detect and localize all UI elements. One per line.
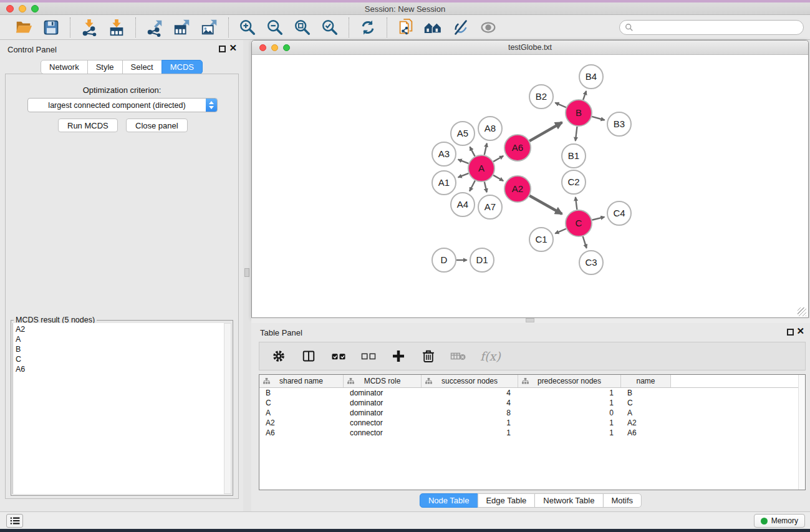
search-input[interactable] [634,23,803,32]
table-row[interactable]: Bdominator41B [259,388,805,398]
horizontal-panel-divider[interactable] [251,318,810,323]
column-header-shared-name[interactable]: shared name [259,375,344,387]
cell-name[interactable]: B [621,388,671,398]
float-panel-icon[interactable] [219,46,226,52]
clear-table-icon[interactable] [450,348,466,364]
column-header-MCDS-role[interactable]: MCDS role [344,375,422,387]
table-row[interactable]: Cdominator41C [259,398,805,408]
graph-edge-C-C4[interactable] [592,217,604,220]
graph-edge-A-A5[interactable] [470,147,475,156]
export-network-icon[interactable] [145,17,165,37]
cell-shared-name[interactable]: C [259,398,344,408]
task-history-list-icon[interactable] [6,514,23,528]
cell-predecessor-nodes[interactable]: 1 [518,388,621,398]
export-table-icon[interactable] [172,17,192,37]
column-header-name[interactable]: name [621,375,671,387]
graph-edge-A-A1[interactable] [458,173,469,177]
tab-edge-table[interactable]: Edge Table [477,493,535,508]
select-all-checkboxes-icon[interactable] [330,348,347,364]
graph-edge-B-B4[interactable] [583,91,586,100]
result-item-c[interactable]: C [16,354,224,364]
add-column-plus-icon[interactable] [390,348,407,364]
close-panel-icon[interactable]: ✕ [229,43,237,52]
cell-predecessor-nodes[interactable]: 1 [518,398,621,408]
divider-grip[interactable] [526,318,534,322]
cell-name[interactable]: A [621,408,671,418]
cell-successor-nodes[interactable]: 1 [422,428,518,438]
cell-predecessor-nodes[interactable]: 1 [518,428,621,438]
criterion-dropdown[interactable]: largest connected component (directed) [27,98,218,112]
function-builder-icon[interactable]: f(x) [480,349,501,363]
show-hide-eye-icon[interactable] [478,17,498,37]
graph-edge-A-A2[interactable] [493,175,503,181]
cell-shared-name[interactable]: A [259,408,344,418]
cell-shared-name[interactable]: A2 [259,418,344,428]
cell-shared-name[interactable]: A6 [259,428,344,438]
cell-MCDS-role[interactable]: connector [344,418,422,428]
vertical-panel-divider[interactable] [243,40,251,511]
open-file-icon[interactable] [14,17,34,37]
tab-mcds[interactable]: MCDS [162,60,203,74]
result-item-a[interactable]: A [16,334,224,344]
table-row[interactable]: Adominator80A [259,408,805,418]
graph-edge-A-A7[interactable] [485,181,487,192]
column-settings-gear-icon[interactable] [271,348,287,364]
result-item-a2[interactable]: A2 [16,324,224,334]
divider-grip[interactable] [244,268,249,277]
cell-MCDS-role[interactable]: dominator [344,408,422,418]
cell-shared-name[interactable]: B [259,388,344,398]
export-image-icon[interactable] [200,17,219,37]
new-network-view-icon[interactable] [396,17,416,37]
hide-graphics-details-icon[interactable] [451,17,471,37]
result-item-a6[interactable]: A6 [16,364,224,374]
graph-edge-A-A8[interactable] [485,143,487,155]
mcds-result-list[interactable]: A2ABCA6 [12,323,224,494]
cell-name[interactable]: A6 [621,428,671,438]
global-search-field[interactable] [619,20,804,35]
show-columns-icon[interactable] [301,348,317,364]
tab-network[interactable]: Network [41,60,88,74]
tab-style[interactable]: Style [87,60,123,74]
save-session-icon[interactable] [41,17,61,37]
zoom-fit-icon[interactable] [292,17,312,37]
tab-network-table[interactable]: Network Table [534,493,603,508]
column-header-predecessor-nodes[interactable]: predecessor nodes [518,375,621,387]
graph-edge-A-A4[interactable] [470,181,475,191]
memory-button[interactable]: Memory [754,514,805,528]
graph-edge-A-A3[interactable] [458,160,469,163]
cell-name[interactable]: A2 [621,418,671,428]
close-panel-button[interactable]: Close panel [126,118,188,132]
tab-node-table[interactable]: Node Table [420,493,478,508]
graph-edge-C-C2[interactable] [576,197,577,210]
apply-preferred-layout-icon[interactable] [423,17,443,37]
cell-MCDS-role[interactable]: dominator [344,398,422,408]
window-resize-grip[interactable] [798,307,806,316]
graph-edge-C-C1[interactable] [555,229,566,234]
tab-motifs[interactable]: Motifs [602,493,642,508]
table-scrollbar[interactable] [798,375,805,490]
cell-predecessor-nodes[interactable]: 0 [518,408,621,418]
table-row[interactable]: A6connector11A6 [259,428,805,438]
column-header-successor-nodes[interactable]: successor nodes [422,375,518,387]
graph-edge-C-C3[interactable] [583,236,587,248]
cell-successor-nodes[interactable]: 4 [422,398,518,408]
graph-edge-B-B2[interactable] [555,103,566,108]
refresh-network-icon[interactable] [358,17,378,37]
cell-successor-nodes[interactable]: 1 [422,418,518,428]
close-panel-icon[interactable]: ✕ [796,326,804,336]
tab-select[interactable]: Select [122,60,162,74]
cell-name[interactable]: C [621,398,671,408]
table-row[interactable]: A2connector11A2 [259,418,805,428]
cell-MCDS-role[interactable]: dominator [344,388,422,398]
delete-column-trash-icon[interactable] [420,348,436,364]
zoom-in-icon[interactable] [238,17,258,37]
graph-edge-B-B3[interactable] [592,117,604,120]
cell-predecessor-nodes[interactable]: 1 [518,418,621,428]
float-panel-icon[interactable] [787,329,794,336]
zoom-selected-icon[interactable] [320,17,340,37]
run-mcds-button[interactable]: Run MCDS [58,118,118,132]
graph-edge-A6-B[interactable] [529,122,562,141]
import-table-icon[interactable] [107,17,127,37]
network-canvas[interactable]: B4B2BB3A8A5A6A3B1AA1C2A2A4A7C4CC1DD1C3 [253,55,808,317]
result-list-scrollbar[interactable] [224,323,231,494]
